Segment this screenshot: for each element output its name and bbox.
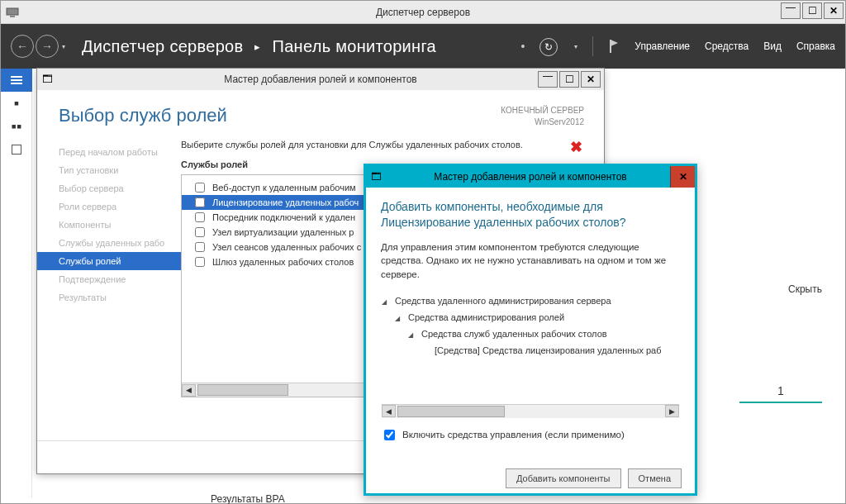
dialog-icon: 🗔 (371, 171, 381, 183)
cancel-button[interactable]: Отмена (628, 468, 682, 488)
notifications-icon[interactable] (608, 40, 620, 53)
features-tree[interactable]: Средства удаленного администрирования се… (381, 292, 680, 419)
destination-server: WinServ2012 (501, 116, 584, 128)
close-button[interactable]: ✕ (824, 2, 844, 19)
menu-help[interactable]: Справка (796, 40, 835, 52)
maximize-button[interactable]: ☐ (802, 2, 822, 19)
main-title-bar[interactable]: Диспетчер серверов — ☐ ✕ (1, 1, 845, 24)
wizard-title: Мастер добавления ролей и компонентов (224, 74, 416, 85)
navigation-bar: ← → ▾ Диспетчер серверов ▸ Панель монито… (1, 24, 845, 69)
dialog-footer: Добавить компоненты Отмена (366, 465, 695, 492)
wizard-header: Выбор служб ролей КОНЕЧНЫЙ СЕРВЕР WinSer… (37, 90, 604, 136)
include-label: Включить средства управления (если приме… (402, 430, 625, 440)
wizard-title-bar[interactable]: 🗔 Мастер добавления ролей и компонентов … (37, 69, 604, 90)
step-role-services[interactable]: Службы ролей (37, 252, 181, 270)
tree-node[interactable]: Средства администрирования ролей Средств… (395, 309, 679, 359)
refresh-button[interactable]: ↻ (539, 38, 558, 56)
breadcrumb-root: Диспетчер серверов (82, 37, 243, 55)
dialog-text: Для управления этим компонентом требуютс… (381, 240, 680, 282)
minimize-button[interactable]: — (781, 2, 801, 19)
scroll-left-icon[interactable]: ◀ (182, 384, 196, 397)
add-features-dialog: 🗔 Мастер добавления ролей и компонентов … (364, 164, 697, 496)
menu-tools[interactable]: Средства (705, 40, 749, 52)
wizard-close-button[interactable]: ✕ (581, 71, 601, 88)
hide-link[interactable]: Скрыть (788, 283, 822, 295)
step-confirmation[interactable]: Подтверждение (37, 270, 181, 288)
role-checkbox[interactable] (195, 257, 205, 267)
role-checkbox[interactable] (195, 242, 205, 252)
tile-number[interactable]: 1 (766, 381, 796, 401)
step-server-selection[interactable]: Выбор сервера (37, 179, 181, 197)
dialog-heading: Добавить компоненты, необходимые для Лиц… (381, 199, 680, 231)
dialog-title-bar[interactable]: 🗔 Мастер добавления ролей и компонентов … (366, 166, 695, 188)
svg-rect-1 (10, 16, 15, 17)
wizard-maximize-button[interactable]: ☐ (559, 71, 579, 88)
horizontal-scrollbar[interactable]: ◀ ▶ (382, 404, 679, 418)
forward-button[interactable]: → (36, 35, 59, 58)
role-checkbox[interactable] (195, 197, 205, 207)
step-before-begin[interactable]: Перед началом работы (37, 143, 181, 161)
breadcrumb[interactable]: Диспетчер серверов ▸ Панель мониторинга (82, 37, 436, 56)
tree-node[interactable]: Средства служб удаленных рабочих столов … (408, 326, 679, 359)
step-results[interactable]: Результаты (37, 288, 181, 307)
scroll-thumb[interactable] (397, 406, 505, 417)
tree-node[interactable]: Средства удаленного администрирования се… (382, 292, 679, 359)
wizard-heading: Выбор служб ролей (59, 105, 501, 126)
add-features-button[interactable]: Добавить компоненты (506, 468, 621, 488)
step-features[interactable]: Компоненты (37, 216, 181, 234)
breadcrumb-separator-icon: ▸ (254, 40, 260, 53)
nav-dashboard[interactable] (1, 69, 32, 92)
dialog-title: Мастер добавления ролей и компонентов (434, 171, 626, 183)
include-checkbox[interactable] (384, 430, 395, 440)
menu-view[interactable]: Вид (763, 40, 782, 52)
nav-local-server[interactable]: ▪ (1, 92, 32, 115)
dialog-close-button[interactable]: ✕ (670, 166, 695, 188)
scroll-right-icon[interactable]: ▶ (665, 405, 679, 417)
tile-underline (739, 402, 822, 403)
wizard-prompt: Выберите службы ролей для установки для … (181, 140, 594, 150)
bottom-panel-labels: Производительность Результаты BPA (211, 477, 307, 504)
wizard-steps-nav: Перед началом работы Тип установки Выбор… (37, 136, 181, 473)
history-dropdown-icon[interactable]: ▾ (62, 43, 65, 50)
main-window-title: Диспетчер серверов (376, 7, 470, 18)
tree-leaf[interactable]: [Средства] Средства лицензирования удале… (421, 342, 679, 359)
scroll-thumb[interactable] (197, 384, 288, 396)
role-checkbox[interactable] (195, 227, 205, 237)
role-checkbox[interactable] (195, 183, 205, 193)
wizard-minimize-button[interactable]: — (538, 71, 558, 88)
svg-rect-0 (7, 8, 18, 15)
nav-role[interactable] (1, 138, 32, 161)
step-rds[interactable]: Службы удаленных рабо (37, 234, 181, 252)
left-navigation-strip: ▪ ▪▪ (1, 69, 32, 498)
menu-manage[interactable]: Управление (634, 40, 690, 52)
destination-label: КОНЕЧНЫЙ СЕРВЕР (501, 105, 584, 116)
role-checkbox[interactable] (195, 212, 205, 222)
app-icon (6, 6, 19, 19)
scroll-left-icon[interactable]: ◀ (382, 405, 396, 417)
step-server-roles[interactable]: Роли сервера (37, 197, 181, 216)
bpa-label: Результаты BPA (211, 492, 307, 504)
nav-all-servers[interactable]: ▪▪ (1, 115, 32, 138)
breadcrumb-page: Панель мониторинга (272, 37, 436, 55)
wizard-icon: 🗔 (42, 73, 53, 85)
include-mgmt-tools-checkbox[interactable]: Включить средства управления (если приме… (381, 427, 680, 443)
back-button[interactable]: ← (11, 35, 34, 58)
validation-error-icon: ✖ (570, 138, 582, 156)
dialog-body: Добавить компоненты, необходимые для Лиц… (366, 188, 695, 465)
step-install-type[interactable]: Тип установки (37, 161, 181, 179)
